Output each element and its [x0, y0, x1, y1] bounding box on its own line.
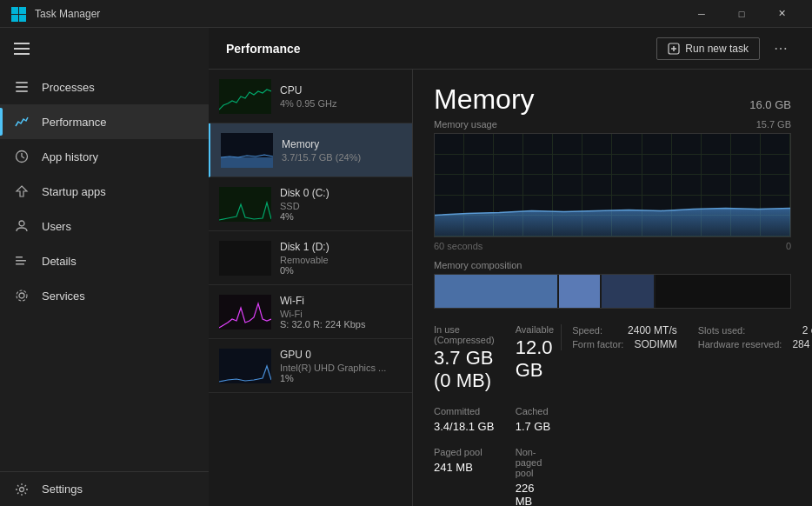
svg-rect-0	[11, 7, 18, 14]
sidebar-item-startup-apps[interactable]: Startup apps	[0, 174, 209, 209]
device-item-memory[interactable]: Memory 3.7/15.7 GB (24%)	[209, 123, 412, 177]
svg-point-8	[19, 221, 24, 226]
svg-rect-24	[219, 349, 271, 383]
app-history-icon	[14, 149, 30, 164]
close-button[interactable]: ✕	[762, 0, 802, 28]
chart-label: Memory usage	[434, 119, 497, 130]
device-item-cpu[interactable]: CPU 4% 0.95 GHz	[209, 70, 412, 123]
chart-label-row: Memory usage 15.7 GB	[434, 119, 791, 130]
disk0-info: Disk 0 (C:) SSD 4%	[280, 187, 402, 222]
chart-time-row: 60 seconds 0	[434, 241, 791, 251]
device-item-gpu0[interactable]: GPU 0 Intel(R) UHD Graphics ... 1%	[209, 339, 412, 393]
app-history-label: App history	[42, 150, 98, 163]
svg-rect-10	[16, 260, 26, 262]
hamburger-icon	[14, 43, 30, 55]
cpu-info: CPU 4% 0.95 GHz	[280, 84, 402, 109]
maximize-button[interactable]: □	[722, 0, 762, 28]
svg-rect-11	[16, 263, 24, 265]
slots-label: Slots used:	[698, 325, 745, 336]
svg-point-12	[19, 293, 24, 298]
sidebar-item-details[interactable]: Details	[0, 243, 209, 278]
chart-time-label: 60 seconds	[434, 241, 483, 251]
composition-label: Memory composition	[434, 260, 791, 270]
detail-total: 16.0 GB	[749, 98, 791, 111]
sidebar-item-performance[interactable]: Performance	[0, 104, 209, 139]
run-task-icon	[668, 43, 680, 55]
users-icon	[14, 218, 30, 234]
wifi-name: Wi-Fi	[280, 295, 402, 307]
form-factor-label: Form factor:	[572, 339, 623, 350]
committed-stat: Committed 3.4/18.1 GB	[434, 403, 502, 440]
minimize-button[interactable]: ─	[682, 0, 722, 28]
right-stats: Speed: 2400 MT/s Slots used: 2 of 2 Form…	[561, 324, 791, 350]
stats-container: In use (Compressed) 3.7 GB (0 MB) Availa…	[434, 321, 791, 506]
sidebar-item-processes[interactable]: Processes	[0, 70, 209, 104]
hw-reserved-value: 284 MB	[792, 338, 812, 350]
disk1-value: 0%	[280, 265, 402, 276]
wifi-value: S: 32.0 R: 224 Kbps	[280, 319, 402, 330]
cached-value: 1.7 GB	[516, 420, 554, 433]
content-body: CPU 4% 0.95 GHz Memory	[209, 70, 812, 506]
speed-stat: Speed: 2400 MT/s	[572, 324, 677, 336]
slots-value: 2 of 2	[802, 324, 812, 336]
disk1-chart	[219, 241, 271, 276]
detail-header: Memory 16.0 GB	[434, 83, 791, 116]
chart-svg	[435, 134, 790, 236]
svg-rect-1	[19, 7, 26, 14]
committed-value: 3.4/18.1 GB	[434, 420, 495, 433]
cpu-chart	[219, 79, 271, 114]
comp-standby	[602, 275, 655, 308]
settings-item[interactable]: Settings	[0, 471, 209, 506]
device-item-disk1[interactable]: Disk 1 (D:) Removable 0%	[209, 231, 412, 285]
device-item-disk0[interactable]: Disk 0 (C:) SSD 4%	[209, 177, 412, 231]
disk1-sub: Removable	[280, 255, 402, 265]
in-use-value: 3.7 GB (0 MB)	[434, 347, 495, 392]
svg-rect-6	[16, 90, 28, 92]
disk0-sub: SSD	[280, 201, 402, 211]
comp-free	[656, 275, 790, 308]
svg-point-13	[17, 290, 27, 301]
gpu0-value: 1%	[280, 373, 402, 383]
in-use-stat: In use (Compressed) 3.7 GB (0 MB)	[434, 321, 502, 399]
services-label: Services	[42, 290, 85, 303]
cpu-name: CPU	[280, 84, 402, 97]
memory-chart	[221, 133, 273, 168]
more-options-button[interactable]: ⋯	[767, 35, 795, 63]
comp-in-use	[435, 275, 559, 308]
disk1-name: Disk 1 (D:)	[280, 241, 402, 253]
sidebar-item-app-history[interactable]: App history	[0, 139, 209, 174]
available-value: 12.0 GB	[516, 336, 554, 382]
svg-point-14	[20, 487, 24, 491]
disk0-value: 4%	[280, 211, 402, 222]
app-logo	[10, 6, 26, 22]
disk1-info: Disk 1 (D:) Removable 0%	[280, 241, 402, 276]
app-container: Processes Performance App history	[0, 28, 812, 506]
form-factor-value: SODIMM	[634, 338, 676, 350]
speed-label: Speed:	[572, 325, 602, 336]
window-controls: ─ □ ✕	[682, 0, 802, 28]
run-new-task-button[interactable]: Run new task	[656, 37, 760, 60]
cached-label: Cached	[516, 406, 554, 416]
committed-label: Committed	[434, 406, 495, 416]
hamburger-menu[interactable]	[0, 28, 209, 70]
page-title: Performance	[226, 42, 301, 56]
device-item-wifi[interactable]: Wi-Fi Wi-Fi S: 32.0 R: 224 Kbps	[209, 285, 412, 339]
in-use-label: In use (Compressed)	[434, 324, 495, 345]
sidebar-item-services[interactable]: Services	[0, 278, 209, 313]
startup-apps-icon	[14, 183, 30, 199]
cached-stat: Cached 1.7 GB	[516, 403, 561, 440]
non-paged-pool-label: Non-paged pool	[516, 447, 554, 478]
sidebar-item-users[interactable]: Users	[0, 209, 209, 243]
titlebar: Task Manager ─ □ ✕	[0, 0, 812, 28]
paged-pool-label: Paged pool	[434, 447, 495, 457]
svg-rect-9	[16, 256, 23, 258]
detail-title: Memory	[434, 83, 535, 116]
details-icon	[14, 253, 30, 269]
cpu-sub: 4% 0.95 GHz	[280, 98, 402, 109]
processes-icon	[14, 79, 30, 95]
memory-info: Memory 3.7/15.7 GB (24%)	[282, 138, 402, 163]
svg-rect-22	[219, 241, 271, 276]
paged-pool-value: 241 MB	[434, 461, 495, 474]
detail-panel: Memory 16.0 GB Memory usage 15.7 GB	[413, 70, 812, 506]
users-label: Users	[42, 220, 71, 233]
